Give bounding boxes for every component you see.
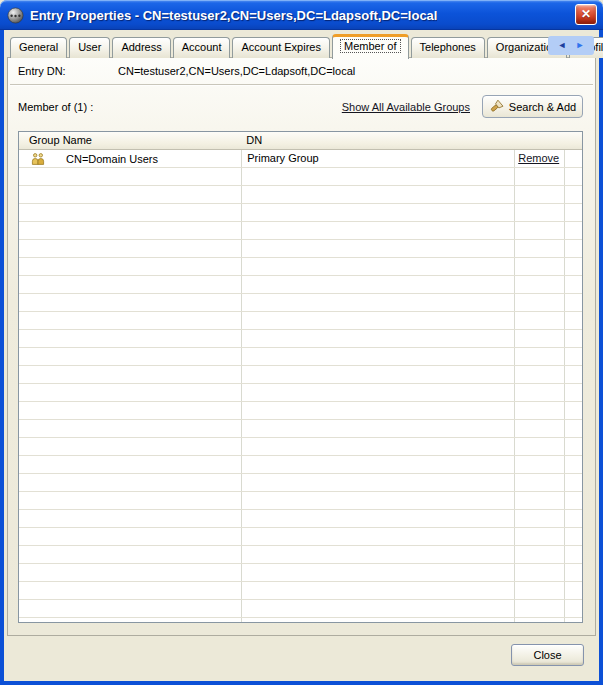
- entry-dn-value: CN=testuser2,CN=Users,DC=Ldapsoft,DC=loc…: [118, 65, 355, 77]
- table-empty-row: [19, 492, 582, 510]
- group-name: CN=Domain Users: [66, 151, 158, 168]
- tab-account[interactable]: Account: [173, 37, 231, 58]
- entry-properties-window: Entry Properties - CN=testuser2,CN=Users…: [0, 0, 603, 685]
- table-empty-row: [19, 330, 582, 348]
- tab-address[interactable]: Address: [112, 37, 170, 58]
- member-of-table: Group NameDN CN=Domain UsersPrimary Grou…: [18, 131, 583, 623]
- tab-label: User: [78, 41, 101, 53]
- table-empty-row: [19, 474, 582, 492]
- table-empty-row: [19, 312, 582, 330]
- close-button[interactable]: Close: [511, 644, 584, 666]
- table-empty-row: [19, 600, 582, 618]
- window-title: Entry Properties - CN=testuser2,CN=Users…: [30, 8, 437, 23]
- tab-label: Account Expires: [241, 41, 320, 53]
- table-header: Group NameDN: [19, 132, 582, 150]
- tab-label: Account: [182, 41, 222, 53]
- search-and-add-button[interactable]: Search & Add: [482, 95, 583, 118]
- tab-label: Address: [121, 41, 161, 53]
- table-empty-row: [19, 510, 582, 528]
- table-empty-row: [19, 420, 582, 438]
- table-empty-row: [19, 546, 582, 564]
- table-empty-row: [19, 582, 582, 600]
- column-header-empty[interactable]: [512, 132, 562, 150]
- table-empty-row: [19, 204, 582, 222]
- tab-bar: GeneralUserAddressAccountAccount Expires…: [10, 33, 603, 58]
- table-empty-row: [19, 168, 582, 186]
- table-empty-row: [19, 564, 582, 582]
- tab-scroll-control: ◄ ►: [548, 36, 594, 55]
- tab-user[interactable]: User: [69, 37, 110, 58]
- table-cell-empty: [562, 150, 582, 168]
- member-of-count-label: Member of (1) :: [18, 101, 93, 113]
- table-empty-row: [19, 402, 582, 420]
- table-empty-row: [19, 240, 582, 258]
- group-icon: [31, 152, 45, 166]
- table-empty-row: [19, 258, 582, 276]
- search-and-add-label: Search & Add: [509, 101, 576, 113]
- table-empty-row: [19, 276, 582, 294]
- table-empty-row: [19, 348, 582, 366]
- table-empty-row: [19, 384, 582, 402]
- dialog-body: GeneralUserAddressAccountAccount Expires…: [0, 30, 603, 685]
- table-row[interactable]: CN=Domain UsersPrimary GroupRemove: [19, 150, 582, 168]
- flashlight-icon: [489, 99, 504, 114]
- column-header-empty[interactable]: [562, 132, 582, 150]
- tab-telephones[interactable]: Telephones: [411, 37, 485, 58]
- table-empty-row: [19, 222, 582, 240]
- show-all-available-groups-link[interactable]: Show All Available Groups: [342, 101, 470, 113]
- entry-dn-label: Entry DN:: [18, 65, 66, 77]
- tab-label: Member of: [341, 40, 400, 52]
- table-empty-row: [19, 366, 582, 384]
- close-window-button[interactable]: ✕: [575, 4, 597, 25]
- titlebar: Entry Properties - CN=testuser2,CN=Users…: [0, 0, 603, 30]
- group-dn: Primary Group: [240, 150, 512, 168]
- table-body: CN=Domain UsersPrimary GroupRemove: [19, 150, 582, 618]
- table-empty-row: [19, 438, 582, 456]
- table-empty-row: [19, 528, 582, 546]
- tab-label: Telephones: [420, 41, 476, 53]
- section-divider: [10, 84, 593, 85]
- table-empty-row: [19, 294, 582, 312]
- tab-label: General: [19, 41, 58, 53]
- tab-scroll-right-icon[interactable]: ►: [576, 41, 585, 50]
- tab-member-of[interactable]: Member of: [332, 34, 409, 59]
- tab-scroll-left-icon[interactable]: ◄: [558, 41, 567, 50]
- table-empty-row: [19, 456, 582, 474]
- column-header-group-name[interactable]: Group Name: [19, 132, 240, 150]
- close-icon: ✕: [581, 7, 591, 21]
- member-of-tab-page: Entry DN: CN=testuser2,CN=Users,DC=Ldaps…: [7, 57, 596, 636]
- tab-account-expires[interactable]: Account Expires: [232, 37, 329, 58]
- column-header-dn[interactable]: DN: [240, 132, 512, 150]
- app-icon[interactable]: [7, 7, 24, 24]
- tab-general[interactable]: General: [10, 37, 67, 58]
- table-empty-row: [19, 186, 582, 204]
- remove-link[interactable]: Remove: [518, 152, 559, 164]
